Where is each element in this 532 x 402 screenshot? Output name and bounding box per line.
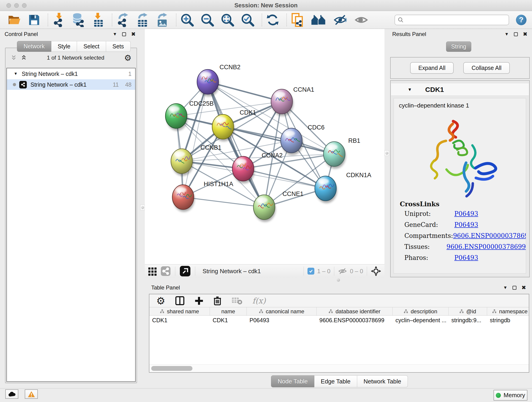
help-icon[interactable]: ? bbox=[516, 15, 526, 25]
minimize-window-button[interactable] bbox=[14, 3, 19, 8]
results-panel-float-icon[interactable] bbox=[514, 32, 518, 36]
zoom-selected-icon[interactable] bbox=[241, 13, 254, 27]
zoom-in-icon[interactable] bbox=[181, 13, 194, 27]
expand-all-networks-icon[interactable] bbox=[21, 55, 27, 61]
export-table-icon[interactable] bbox=[136, 13, 149, 27]
node-CDC25B[interactable] bbox=[165, 104, 188, 131]
cell[interactable]: P06493 bbox=[247, 317, 317, 324]
first-neighbors-icon[interactable] bbox=[311, 13, 326, 27]
save-session-icon[interactable] bbox=[28, 13, 40, 27]
zoom-fit-content-icon[interactable] bbox=[221, 13, 234, 27]
crosslink-value-link[interactable]: 9606.ENSP00000378699 bbox=[447, 243, 526, 250]
node-CDKN1A[interactable] bbox=[315, 176, 337, 203]
cell[interactable]: 9606.ENSP00000378699 bbox=[317, 317, 393, 324]
birds-eye-view-icon[interactable] bbox=[180, 266, 190, 276]
network-view-icon[interactable] bbox=[161, 266, 171, 276]
collection-expander-icon[interactable]: ▼ bbox=[14, 71, 18, 76]
import-table-file-icon[interactable] bbox=[92, 13, 104, 27]
column-header-id[interactable]: @id bbox=[449, 307, 487, 315]
edge-CCNB2-HIST1H1A[interactable] bbox=[183, 82, 208, 197]
tab-node-table[interactable]: Node Table bbox=[271, 375, 314, 387]
refresh-view-icon[interactable] bbox=[266, 13, 279, 27]
results-panel-menu-icon[interactable]: ▼ bbox=[505, 32, 509, 37]
entry-expander-icon[interactable]: ▼ bbox=[408, 87, 412, 92]
network-collection-row[interactable]: ▼ String Network – cdk1 1 bbox=[7, 68, 135, 79]
node-RB1[interactable] bbox=[323, 142, 346, 169]
show-all-icon[interactable] bbox=[354, 13, 368, 27]
cell[interactable]: CDK1 bbox=[210, 317, 247, 324]
clone-network-icon[interactable] bbox=[291, 13, 304, 27]
scrollbar-thumb[interactable] bbox=[151, 366, 192, 371]
collapse-all-networks-icon[interactable] bbox=[11, 55, 17, 61]
horizontal-splitter[interactable] bbox=[145, 278, 532, 282]
zoom-out-icon[interactable] bbox=[201, 13, 214, 27]
network-canvas[interactable]: CCNB2CCNA1CDC25BCDK1CDC6RB1CCNB1CCNA2CDK… bbox=[145, 29, 385, 264]
control-panel-float-icon[interactable] bbox=[122, 32, 126, 36]
table-row[interactable]: CDK1CDK1P064939606.ENSP00000378699cyclin… bbox=[149, 316, 529, 325]
node-CDC6[interactable] bbox=[281, 128, 303, 155]
control-panel-menu-icon[interactable]: ▼ bbox=[113, 32, 117, 37]
left-splitter[interactable] bbox=[140, 29, 145, 388]
pan-navigate-icon[interactable] bbox=[371, 266, 381, 276]
open-session-icon[interactable] bbox=[8, 13, 21, 27]
tab-string[interactable]: String bbox=[446, 41, 471, 52]
hide-selected-icon[interactable] bbox=[333, 13, 347, 27]
node-CDK1[interactable] bbox=[212, 114, 234, 141]
crosslink-value-link[interactable]: P06493 bbox=[454, 210, 478, 217]
node-HIST1H1A[interactable] bbox=[172, 185, 195, 212]
selected-indicator-checkbox[interactable] bbox=[307, 268, 314, 274]
expand-all-button[interactable]: Expand All bbox=[410, 62, 454, 74]
close-window-button[interactable] bbox=[6, 3, 11, 8]
delete-column-icon[interactable] bbox=[213, 296, 222, 306]
cell[interactable]: stringdb:9... bbox=[449, 317, 487, 324]
network-graph[interactable]: CCNB2CCNA1CDC25BCDK1CDC6RB1CCNB1CCNA2CDK… bbox=[145, 29, 385, 264]
import-network-file-icon[interactable] bbox=[52, 13, 65, 27]
column-header-databaseidentifier[interactable]: database identifier bbox=[317, 307, 393, 315]
show-columns-icon[interactable] bbox=[175, 296, 184, 305]
node-CCNA1[interactable] bbox=[271, 89, 293, 116]
crosslink-value-link[interactable]: 9606.ENSP00000378699 bbox=[453, 232, 526, 239]
import-network-database-icon[interactable] bbox=[71, 13, 85, 27]
search-field[interactable] bbox=[394, 15, 509, 25]
tab-network[interactable]: Network bbox=[17, 41, 51, 52]
column-header-description[interactable]: description bbox=[393, 307, 449, 315]
search-input[interactable] bbox=[406, 17, 506, 23]
warning-status-button[interactable] bbox=[25, 389, 38, 399]
crosslink-value-link[interactable]: P06493 bbox=[454, 254, 478, 261]
maximize-window-button[interactable] bbox=[22, 3, 27, 8]
table-panel-menu-icon[interactable]: ▼ bbox=[503, 285, 507, 290]
collapse-all-button[interactable]: Collapse All bbox=[463, 62, 510, 74]
right-splitter[interactable] bbox=[385, 29, 389, 278]
control-panel-close-icon[interactable]: ✖ bbox=[131, 31, 136, 37]
cell[interactable]: cyclin–dependent ... bbox=[393, 317, 449, 324]
cloud-status-button[interactable] bbox=[5, 389, 18, 399]
tab-select[interactable]: Select bbox=[77, 41, 106, 52]
tab-sets[interactable]: Sets bbox=[106, 41, 131, 52]
results-panel-close-icon[interactable]: ✖ bbox=[523, 31, 527, 37]
table-horizontal-scrollbar[interactable] bbox=[149, 364, 529, 372]
column-header-sharedname[interactable]: shared name bbox=[149, 307, 210, 315]
add-column-icon[interactable] bbox=[195, 296, 203, 305]
column-header-namespace[interactable]: namespace bbox=[487, 307, 532, 315]
export-network-icon[interactable] bbox=[116, 13, 129, 27]
edge-HIST1H1A-CCNE1[interactable] bbox=[183, 197, 264, 207]
network-options-gear-icon[interactable]: ⚙ bbox=[124, 53, 132, 63]
column-header-canonicalname[interactable]: canonical name bbox=[247, 307, 317, 315]
table-panel-close-icon[interactable]: ✖ bbox=[521, 284, 526, 291]
memory-button[interactable]: Memory bbox=[494, 390, 527, 401]
cell[interactable]: stringdb bbox=[487, 317, 532, 324]
network-row[interactable]: String Network – cdk1 11 48 bbox=[7, 79, 135, 90]
node-CCNB1[interactable] bbox=[171, 149, 193, 176]
table-panel-float-icon[interactable] bbox=[513, 286, 516, 290]
table-options-gear-icon[interactable]: ⚙ bbox=[156, 295, 165, 307]
result-entry-header[interactable]: ▼ CDK1 bbox=[391, 83, 529, 96]
grid-view-icon[interactable] bbox=[148, 267, 157, 276]
column-header-name[interactable]: name bbox=[210, 307, 247, 315]
node-CCNB2[interactable] bbox=[197, 70, 219, 96]
export-image-icon[interactable] bbox=[156, 13, 169, 27]
tab-style[interactable]: Style bbox=[51, 41, 77, 52]
node-CCNA2[interactable] bbox=[232, 156, 254, 183]
tab-network-table[interactable]: Network Table bbox=[357, 375, 408, 387]
crosslink-value-link[interactable]: P06493 bbox=[454, 221, 478, 228]
cell[interactable]: CDK1 bbox=[149, 317, 210, 324]
